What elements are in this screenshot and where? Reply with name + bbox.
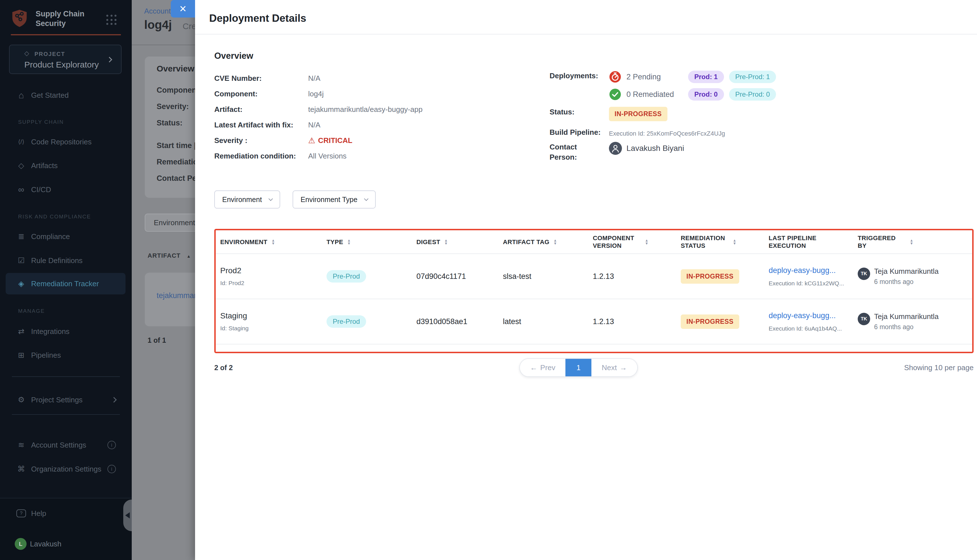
chevron-right-icon bbox=[111, 397, 117, 403]
sidebar-item-project-settings[interactable]: ⚙ Project Settings bbox=[0, 392, 132, 408]
infinity-icon: ∞ bbox=[15, 185, 28, 194]
app-title: Supply Chain Security bbox=[36, 9, 85, 28]
avatar: TK bbox=[858, 313, 870, 325]
bg-overview-card: Overview Component: Severity: Status: St… bbox=[145, 57, 195, 198]
preprod-count-badge: Pre-Prod: 0 bbox=[729, 88, 776, 101]
sort-icon[interactable]: ▲▼ bbox=[444, 239, 448, 245]
sidebar-item-compliance[interactable]: ≣ Compliance bbox=[0, 228, 132, 244]
column-header-component-version[interactable]: COMPONENT VERSION ▲▼ bbox=[588, 234, 676, 250]
table-row[interactable]: Staging Id: Staging Pre-Prod d3910d058ae… bbox=[216, 299, 972, 344]
project-selector[interactable]: ◇ PROJECT Product Exploratory bbox=[9, 45, 122, 74]
preprod-type-badge: Pre-Prod bbox=[327, 270, 366, 283]
cell-environment: Staging Id: Staging bbox=[216, 312, 322, 332]
close-button[interactable]: × bbox=[171, 0, 195, 18]
sidebar-item-rule-definitions[interactable]: ☑ Rule Definitions bbox=[0, 253, 132, 268]
pipeline-link[interactable]: deploy-easy-bugg... bbox=[769, 312, 853, 320]
pipelines-icon: ⊞ bbox=[15, 351, 28, 360]
sidebar-item-account-settings[interactable]: ≋ Account Settings i bbox=[0, 437, 132, 453]
bg-row-component: Component: bbox=[157, 86, 195, 95]
chevron-right-icon bbox=[107, 57, 112, 62]
cube-pencil-icon: ◈ bbox=[15, 279, 28, 288]
sidebar-collapse-handle[interactable] bbox=[123, 500, 132, 531]
code-repo-icon: ⟨/⟩ bbox=[15, 138, 28, 145]
app-logo: Supply Chain Security bbox=[11, 9, 85, 29]
column-header-triggered-by[interactable]: TRIGGERED BY ▲▼ bbox=[853, 234, 972, 250]
field-artifact: Artifact: tejakummarikuntla/easy-buggy-a… bbox=[214, 102, 423, 117]
column-header-artifact-tag[interactable]: ARTIFACT TAG ▲▼ bbox=[498, 238, 588, 246]
bg-page-subtitle: Creat bbox=[183, 22, 195, 31]
sidebar-item-code-repositories[interactable]: ⟨/⟩ Code Repositories bbox=[0, 134, 132, 150]
integrations-icon: ⇄ bbox=[15, 327, 28, 336]
sort-icon[interactable]: ▲▼ bbox=[347, 239, 351, 245]
cell-remediation-status: IN-PROGRESS bbox=[676, 269, 764, 284]
cube-icon: ◇ bbox=[24, 50, 29, 57]
table-row[interactable]: Prod2 Id: Prod2 Pre-Prod 07d90c4c1171 sl… bbox=[216, 254, 972, 299]
pagination-bar: 2 of 2 ← Prev 1 Next → Showing 10 per pa… bbox=[214, 358, 974, 377]
sort-icon[interactable]: ▲▼ bbox=[271, 239, 275, 245]
sort-icon[interactable]: ▲▼ bbox=[733, 239, 737, 245]
cell-last-pipeline-execution: deploy-easy-bugg... Execution Id: 6uAq1b… bbox=[764, 312, 853, 332]
sidebar-user[interactable]: L Lavakush bbox=[0, 536, 132, 552]
column-header-environment[interactable]: ENVIRONMENT ▲▼ bbox=[216, 238, 322, 246]
bg-environment-filter[interactable]: Environment Ty bbox=[145, 213, 195, 232]
field-component: Component: log4j bbox=[214, 86, 423, 102]
column-header-remediation-status[interactable]: REMEDIATION STATUS ▲▼ bbox=[676, 234, 764, 250]
sort-icon[interactable]: ▲▼ bbox=[553, 239, 557, 245]
clipboard-check-icon: ☑ bbox=[15, 256, 28, 265]
sidebar-item-get-started[interactable]: ⌂ Get Started bbox=[0, 87, 132, 103]
bg-artifact-link[interactable]: tejakummar bbox=[157, 291, 195, 300]
build-pipeline-row: Build Pipeline: Execution Id: 25xKomFoQc… bbox=[549, 127, 725, 137]
page-1-button[interactable]: 1 bbox=[566, 359, 592, 377]
prev-page-button[interactable]: ← Prev bbox=[520, 359, 565, 377]
sort-icon[interactable]: ▲▼ bbox=[645, 239, 648, 245]
cell-environment: Prod2 Id: Prod2 bbox=[216, 266, 322, 287]
deployment-details-drawer: × Deployment Details Overview CVE Number… bbox=[195, 0, 977, 560]
sidebar-item-artifacts[interactable]: ◇ Artifacts bbox=[0, 158, 132, 173]
sort-icon[interactable]: ▲▼ bbox=[910, 239, 914, 245]
sidebar-divider bbox=[12, 414, 120, 415]
pipeline-link[interactable]: deploy-easy-bugg... bbox=[769, 266, 853, 275]
background-page: Account: Autom log4j Creat Overview Comp… bbox=[132, 0, 195, 560]
app-stage: Supply Chain Security ◇ PROJECT Product … bbox=[0, 0, 977, 560]
sidebar-item-remediation-tracker[interactable]: ◈ Remediation Tracker bbox=[0, 276, 132, 292]
module-grid-icon[interactable] bbox=[106, 15, 117, 25]
overview-left-column: CVE Number: N/A Component: log4j Artifac… bbox=[214, 71, 423, 164]
bg-artifact-card: tejakummar bbox=[145, 273, 195, 326]
field-latest-artifact: Latest Artifact with fix: N/A bbox=[214, 117, 423, 133]
avatar: TK bbox=[858, 268, 870, 280]
sidebar-item-organization-settings[interactable]: ⌘ Organization Settings i bbox=[0, 461, 132, 477]
bg-row-contact: Contact Per bbox=[157, 174, 195, 183]
remediated-check-icon bbox=[609, 88, 621, 101]
doc-search-icon: ≣ bbox=[15, 232, 28, 241]
deployments-remediated-row: 0 Remediated Prod: 0 Pre-Prod: 0 bbox=[549, 88, 776, 101]
column-header-type[interactable]: TYPE ▲▼ bbox=[322, 238, 412, 246]
drawer-title: Deployment Details bbox=[195, 0, 977, 24]
pager: ← Prev 1 Next → bbox=[519, 358, 638, 377]
sidebar-item-integrations[interactable]: ⇄ Integrations bbox=[0, 323, 132, 339]
column-header-digest[interactable]: DIGEST ▲▼ bbox=[412, 238, 498, 246]
environment-type-filter-dropdown[interactable]: Environment Type bbox=[292, 190, 376, 208]
sidebar-item-pipelines[interactable]: ⊞ Pipelines bbox=[0, 347, 132, 363]
status-row: Status: IN-PROGRESS bbox=[549, 107, 668, 121]
bg-artifact-column-header[interactable]: ARTIFACT ▲ bbox=[147, 252, 191, 259]
severity-critical-value: ⚠ CRITICAL bbox=[308, 136, 352, 145]
chevron-down-icon bbox=[269, 197, 273, 201]
sidebar-item-cicd[interactable]: ∞ CI/CD bbox=[0, 182, 132, 197]
bg-page-count: 1 of 1 bbox=[147, 336, 166, 344]
bg-row-severity: Severity: bbox=[157, 102, 189, 111]
pending-timer-icon bbox=[609, 71, 621, 83]
sidebar-item-help[interactable]: ? Help bbox=[0, 505, 132, 521]
avatar: L bbox=[15, 538, 27, 550]
cell-digest: 07d90c4c1171 bbox=[412, 272, 498, 281]
cell-artifact-tag: slsa-test bbox=[498, 272, 588, 281]
prod-count-badge: Prod: 0 bbox=[688, 88, 724, 101]
cell-artifact-tag: latest bbox=[498, 317, 588, 326]
build-pipeline-execution-id: Execution Id: 25xKomFoQces6rFcxZ4UJg bbox=[609, 130, 725, 137]
project-selector-label: PROJECT bbox=[35, 51, 65, 57]
next-page-button[interactable]: Next → bbox=[592, 359, 637, 377]
close-icon: × bbox=[180, 2, 187, 15]
field-cve-number: CVE Number: N/A bbox=[214, 71, 423, 86]
environment-filter-dropdown[interactable]: Environment bbox=[214, 190, 280, 208]
help-chat-icon: ? bbox=[15, 510, 28, 517]
package-icon: ◇ bbox=[15, 161, 28, 170]
